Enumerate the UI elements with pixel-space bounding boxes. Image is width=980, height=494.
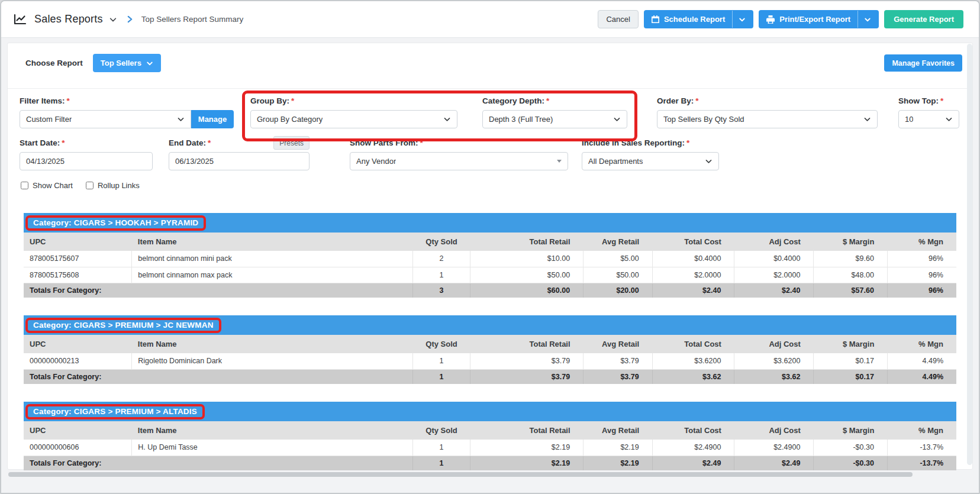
chevron-down-icon <box>440 115 451 123</box>
manage-favorites-button[interactable]: Manage Favorites <box>884 54 962 72</box>
category-section: Category: CIGARS > PREMIUM > ALTADIS UPC… <box>24 402 956 470</box>
include-in-sales-value: All Departments <box>588 157 643 166</box>
upc-cell: 878005175608 <box>24 267 132 283</box>
totals-avg-retail-cell: $2.19 <box>584 456 653 470</box>
totals-total-retail-cell: $60.00 <box>470 283 584 298</box>
horizontal-scrollbar[interactable] <box>8 472 913 477</box>
avg-retail-cell: $50.00 <box>584 267 653 283</box>
options-row: Show Chart Rollup Links <box>21 180 962 191</box>
breadcrumb: Top Sellers Report Summary <box>141 15 244 24</box>
vertical-scrollbar[interactable] <box>967 44 972 465</box>
column-header: Adj Cost <box>734 421 814 440</box>
order-by-select[interactable]: Top Sellers By Qty Sold <box>657 110 878 128</box>
upc-cell: 000000000606 <box>24 440 132 456</box>
required-marker: * <box>940 96 943 105</box>
column-header: $ Margin <box>814 335 888 353</box>
column-header: Total Retail <box>470 335 584 353</box>
filter-items-label: Filter Items: <box>20 96 65 105</box>
filter-items-value: Custom Filter <box>26 115 72 124</box>
column-header: Qty Sold <box>412 335 470 353</box>
button-divider <box>858 11 858 28</box>
required-marker: * <box>420 138 423 147</box>
qty-sold-cell: 1 <box>412 353 470 369</box>
chevron-down-icon <box>146 60 153 67</box>
column-header: Qty Sold <box>412 421 470 440</box>
selected-report-label: Top Sellers <box>101 59 141 67</box>
item-name-cell: H. Up Demi Tasse <box>132 440 412 456</box>
start-date-input[interactable] <box>20 152 153 170</box>
totals-margin-cell: $57.60 <box>814 283 888 298</box>
category-depth-field: Category Depth:* Depth 3 (Full Tree) <box>482 96 627 128</box>
column-header: Avg Retail <box>584 233 653 251</box>
totals-qty-sold-cell: 1 <box>412 369 470 384</box>
app-window: Sales Reports Top Sellers Report Summary… <box>0 0 980 494</box>
show-chart-option[interactable]: Show Chart <box>21 181 73 190</box>
adj-cost-cell: $0.4000 <box>734 251 814 267</box>
printer-icon <box>766 15 775 24</box>
filter-items-select[interactable]: Custom Filter <box>20 110 191 128</box>
totals-total-cost-cell: $2.49 <box>652 456 734 470</box>
group-by-select[interactable]: Group By Category <box>250 110 457 128</box>
schedule-report-label: Schedule Report <box>664 15 725 24</box>
column-header: % Mgn <box>887 233 956 251</box>
show-parts-from-select[interactable]: Any Vendor <box>350 152 568 170</box>
total-cost-cell: $2.0000 <box>652 267 734 283</box>
chevron-down-icon <box>173 115 185 123</box>
end-date-input[interactable] <box>169 152 310 170</box>
choose-report-row: Choose Report Top Sellers Manage Favorit… <box>18 54 962 72</box>
report-type-dropdown[interactable]: Top Sellers <box>93 54 161 72</box>
generate-report-button[interactable]: Generate Report <box>884 10 963 28</box>
category-table: UPCItem NameQty SoldTotal RetailAvg Reta… <box>24 421 956 470</box>
print-export-report-button[interactable]: Print/Export Report <box>759 10 879 28</box>
header-actions: Cancel Schedule Report Print/Export Repo… <box>598 10 963 28</box>
category-title: Category: CIGARS > PREMIUM > ALTADIS <box>25 404 205 419</box>
filter-row-2: Start Date:* End Date:* Presets Show Par… <box>18 138 962 170</box>
show-chart-checkbox[interactable] <box>21 182 28 189</box>
column-header: Total Cost <box>652 335 734 353</box>
item-name-cell: Rigoletto Dominican Dark <box>132 353 412 369</box>
pct-margin-cell: -13.7% <box>887 440 956 456</box>
item-row: 878005175608belmont cinnamon max pack1$5… <box>24 267 956 283</box>
totals-total-cost-cell: $2.40 <box>652 283 734 298</box>
cancel-button[interactable]: Cancel <box>598 10 638 28</box>
adj-cost-cell: $2.0000 <box>734 267 814 283</box>
column-header: Item Name <box>132 421 412 440</box>
chevron-down-icon[interactable] <box>739 16 746 23</box>
totals-total-cost-cell: $3.62 <box>652 369 734 384</box>
filter-items-field: Filter Items:* Custom Filter Manage <box>20 96 234 128</box>
reports-menu-chevron-icon[interactable] <box>109 15 117 24</box>
column-header: Total Cost <box>652 233 734 251</box>
item-row: 878005175607belmont cinnamon mini pack2$… <box>24 251 956 267</box>
rollup-links-option[interactable]: Rollup Links <box>86 181 140 190</box>
filter-row-1: Filter Items:* Custom Filter Manage Grou… <box>18 96 962 128</box>
manage-filter-button[interactable]: Manage <box>191 110 234 128</box>
calendar-icon <box>652 15 659 23</box>
show-top-select[interactable]: 10 <box>898 110 959 128</box>
required-marker: * <box>67 96 70 105</box>
include-in-sales-select[interactable]: All Departments <box>582 152 719 170</box>
category-depth-label: Category Depth: <box>482 96 544 105</box>
pct-margin-cell: 96% <box>887 251 956 267</box>
upc-cell: 000000000213 <box>24 353 132 369</box>
column-header: Qty Sold <box>412 233 470 251</box>
qty-sold-cell: 1 <box>412 440 470 456</box>
column-header: Item Name <box>132 335 412 353</box>
report-card: Choose Report Top Sellers Manage Favorit… <box>7 43 973 470</box>
end-date-field: End Date:* Presets <box>169 138 310 170</box>
margin-cell: $9.60 <box>814 251 888 267</box>
totals-qty-sold-cell: 3 <box>412 283 470 298</box>
rollup-links-checkbox[interactable] <box>86 182 94 189</box>
adj-cost-cell: $2.4900 <box>734 440 814 456</box>
group-by-value: Group By Category <box>257 115 323 124</box>
schedule-report-button[interactable]: Schedule Report <box>644 10 753 28</box>
column-header: Total Retail <box>470 421 584 440</box>
chevron-down-icon[interactable] <box>864 16 871 23</box>
category-depth-value: Depth 3 (Full Tree) <box>489 115 553 124</box>
pct-margin-cell: 4.49% <box>887 353 956 369</box>
item-row: 000000000213Rigoletto Dominican Dark1$3.… <box>24 353 956 369</box>
column-header: Adj Cost <box>734 335 814 353</box>
category-depth-select[interactable]: Depth 3 (Full Tree) <box>482 110 627 128</box>
show-top-value: 10 <box>905 115 913 124</box>
chart-line-icon <box>13 12 27 27</box>
presets-button[interactable]: Presets <box>273 136 310 150</box>
